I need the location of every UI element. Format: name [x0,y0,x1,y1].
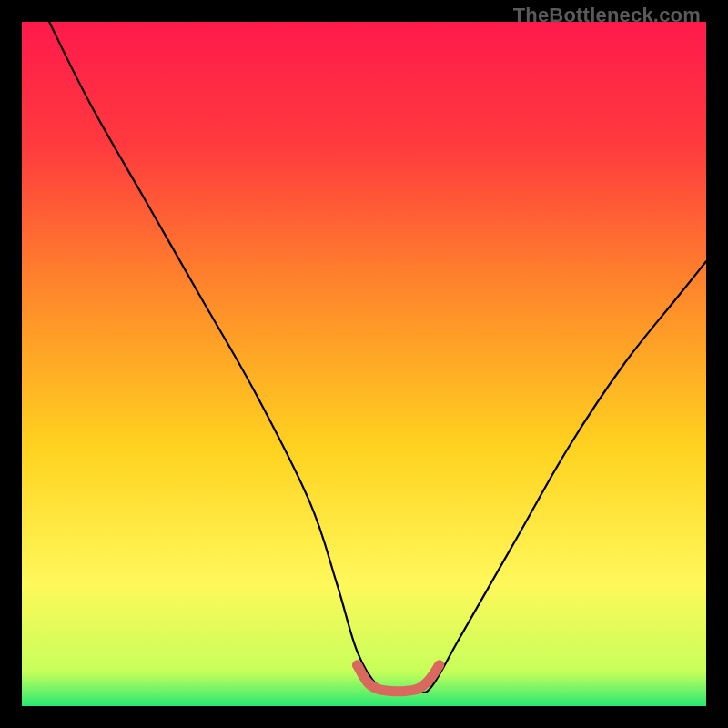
watermark-text: TheBottleneck.com [513,4,701,27]
bottleneck-chart [22,22,706,706]
chart-background [22,22,706,706]
